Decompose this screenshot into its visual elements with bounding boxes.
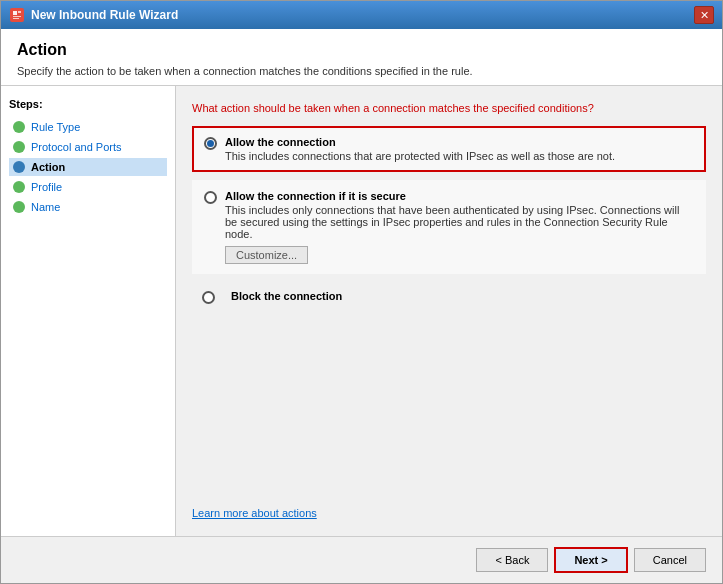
- sidebar-item-profile[interactable]: Profile: [9, 178, 167, 196]
- option-allow-connection[interactable]: Allow the connection This includes conne…: [192, 126, 706, 172]
- main-content: Steps: Rule Type Protocol and Ports Acti…: [1, 86, 722, 536]
- next-button[interactable]: Next >: [554, 547, 627, 573]
- option-allow-label: Allow the connection: [225, 136, 694, 148]
- window-title: New Inbound Rule Wizard: [31, 8, 694, 22]
- sidebar-label-name: Name: [31, 201, 60, 213]
- sidebar-label-action: Action: [31, 161, 65, 173]
- sidebar-item-protocol-ports[interactable]: Protocol and Ports: [9, 138, 167, 156]
- cancel-button[interactable]: Cancel: [634, 548, 706, 572]
- svg-rect-4: [13, 18, 19, 19]
- sidebar-item-action[interactable]: Action: [9, 158, 167, 176]
- option-block-label: Block the connection: [231, 290, 342, 302]
- sidebar-label-protocol: Protocol and Ports: [31, 141, 122, 153]
- option-allow-desc: This includes connections that are prote…: [225, 150, 694, 162]
- footer: < Back Next > Cancel: [1, 536, 722, 583]
- option-secure-desc: This includes only connections that have…: [225, 204, 694, 240]
- right-panel: What action should be taken when a conne…: [176, 86, 722, 536]
- customize-button[interactable]: Customize...: [225, 246, 308, 264]
- learn-more-section: Learn more about actions: [192, 486, 706, 520]
- window-icon: [9, 7, 25, 23]
- close-button[interactable]: ✕: [694, 6, 714, 24]
- step-indicator-rule-type: [13, 121, 25, 133]
- question-text: What action should be taken when a conne…: [192, 102, 706, 114]
- sidebar-label-profile: Profile: [31, 181, 62, 193]
- header-section: Action Specify the action to be taken wh…: [1, 29, 722, 86]
- step-indicator-action: [13, 161, 25, 173]
- option-secure-content: Allow the connection if it is secure Thi…: [225, 190, 694, 264]
- svg-rect-1: [13, 11, 17, 15]
- option-allow-content: Allow the connection This includes conne…: [225, 136, 694, 162]
- content-area: Action Specify the action to be taken wh…: [1, 29, 722, 536]
- option-allow-secure[interactable]: Allow the connection if it is secure Thi…: [192, 180, 706, 274]
- back-button[interactable]: < Back: [476, 548, 548, 572]
- radio-block[interactable]: [202, 291, 215, 304]
- title-bar: New Inbound Rule Wizard ✕: [1, 1, 722, 29]
- radio-allow-secure[interactable]: [204, 191, 217, 204]
- page-title: Action: [17, 41, 706, 59]
- sidebar-item-rule-type[interactable]: Rule Type: [9, 118, 167, 136]
- radio-allow[interactable]: [204, 137, 217, 150]
- step-indicator-profile: [13, 181, 25, 193]
- steps-label: Steps:: [9, 98, 167, 110]
- page-description: Specify the action to be taken when a co…: [17, 65, 706, 77]
- step-indicator-name: [13, 201, 25, 213]
- sidebar: Steps: Rule Type Protocol and Ports Acti…: [1, 86, 176, 536]
- svg-rect-2: [18, 11, 21, 13]
- wizard-window: New Inbound Rule Wizard ✕ Action Specify…: [0, 0, 723, 584]
- option-secure-label: Allow the connection if it is secure: [225, 190, 694, 202]
- learn-more-link[interactable]: Learn more about actions: [192, 507, 317, 519]
- svg-rect-3: [13, 16, 21, 17]
- sidebar-label-rule-type: Rule Type: [31, 121, 80, 133]
- option-block[interactable]: Block the connection: [192, 282, 706, 312]
- sidebar-item-name[interactable]: Name: [9, 198, 167, 216]
- step-indicator-protocol: [13, 141, 25, 153]
